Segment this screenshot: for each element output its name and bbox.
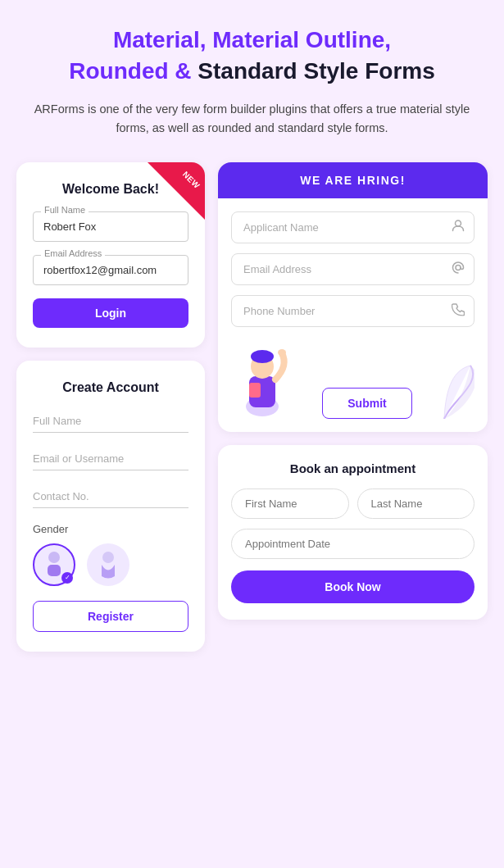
login-card: NEW Welcome Back! Full Name Email Addres… — [16, 162, 205, 348]
full-name-label: Full Name — [41, 205, 89, 215]
login-button[interactable]: Login — [33, 298, 188, 328]
hiring-body: Submit — [218, 198, 488, 432]
svg-point-0 — [48, 552, 60, 563]
svg-point-4 — [456, 266, 461, 270]
main-columns: NEW Welcome Back! Full Name Email Addres… — [16, 162, 488, 652]
email-label: Email Address — [41, 248, 105, 258]
person-icon — [452, 220, 465, 235]
phone-number-input[interactable] — [231, 295, 474, 327]
applicant-name-field — [231, 211, 474, 243]
submit-button[interactable]: Submit — [322, 388, 411, 419]
create-fullname-input[interactable] — [33, 410, 188, 433]
hiring-card: WE ARE HRING! — [218, 162, 488, 432]
person-illustration — [231, 337, 297, 419]
register-button[interactable]: Register — [33, 601, 188, 632]
hiring-email-input[interactable] — [231, 253, 474, 285]
svg-rect-9 — [249, 383, 261, 398]
first-name-input[interactable] — [231, 489, 349, 519]
email-input[interactable] — [33, 255, 188, 285]
at-icon — [452, 261, 465, 277]
create-contact-field — [33, 485, 188, 508]
gender-selected-indicator: ✓ — [61, 572, 73, 584]
create-fullname-field — [33, 410, 188, 433]
female-avatar-icon — [96, 551, 120, 579]
svg-rect-1 — [48, 565, 61, 576]
page-title: Material, Material Outline,Rounded & Sta… — [33, 25, 471, 87]
email-field: Email Address — [33, 255, 188, 285]
full-name-input[interactable] — [33, 211, 188, 242]
create-email-field — [33, 448, 188, 470]
svg-point-8 — [251, 350, 274, 363]
svg-point-3 — [456, 220, 461, 226]
hiring-illustration: Submit — [231, 337, 474, 419]
svg-point-2 — [102, 552, 114, 563]
left-column: NEW Welcome Back! Full Name Email Addres… — [16, 162, 205, 652]
gender-female-option[interactable] — [87, 543, 129, 586]
title-black: Standard Style Forms — [198, 58, 434, 84]
feather-decoration-icon — [438, 361, 474, 419]
right-column: WE ARE HRING! — [218, 162, 488, 620]
page-description: ARForms is one of the very few form buil… — [33, 100, 471, 138]
svg-point-10 — [278, 349, 286, 356]
hiring-header: WE ARE HRING! — [218, 162, 488, 198]
name-row — [231, 489, 474, 519]
phone-number-field — [231, 295, 474, 327]
create-account-title: Create Account — [33, 380, 188, 395]
hiring-email-field — [231, 253, 474, 285]
create-contact-input[interactable] — [33, 485, 188, 508]
applicant-name-input[interactable] — [231, 211, 474, 243]
create-email-input[interactable] — [33, 448, 188, 470]
create-account-card: Create Account Gender ✓ — [16, 361, 205, 652]
gender-male-option[interactable]: ✓ — [33, 543, 75, 586]
last-name-input[interactable] — [357, 489, 475, 519]
appointment-title: Book an appointment — [231, 461, 474, 475]
gender-options: ✓ — [33, 543, 188, 586]
gender-label: Gender — [33, 523, 188, 535]
page-header: Material, Material Outline,Rounded & Sta… — [16, 25, 488, 138]
appointment-card: Book an appointment Book Now — [218, 445, 488, 620]
phone-icon — [452, 303, 465, 319]
appointment-date-input[interactable] — [231, 529, 474, 559]
book-now-button[interactable]: Book Now — [231, 570, 474, 603]
full-name-field: Full Name — [33, 211, 188, 242]
